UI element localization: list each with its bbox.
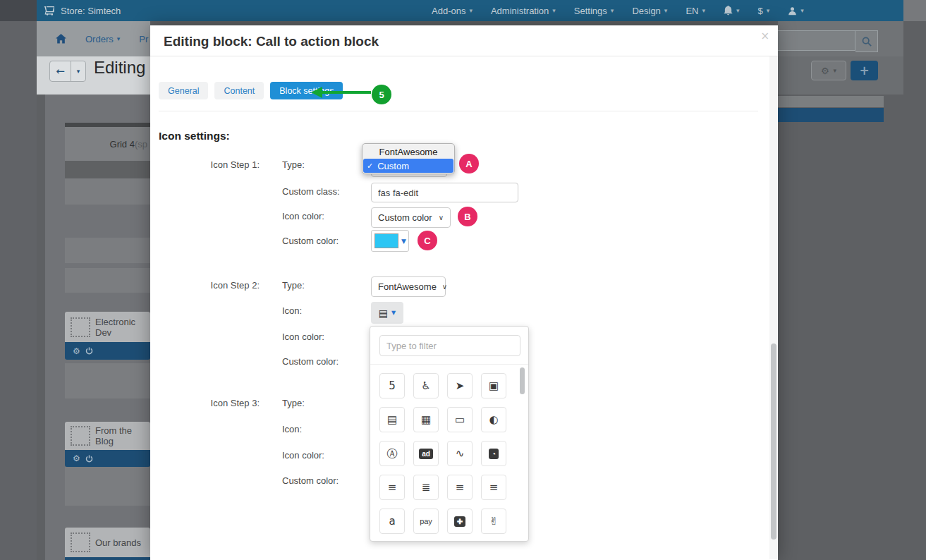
layout-strip	[65, 161, 150, 178]
icon-color-select-step1[interactable]: Custom color∨	[371, 207, 451, 228]
nav-design[interactable]: Design▾	[632, 6, 667, 16]
nav-settings[interactable]: Settings▾	[574, 6, 614, 16]
add-button[interactable]: +	[851, 61, 878, 80]
icon-step-2-label: Icon Step 2:	[159, 280, 260, 291]
gear-icon[interactable]: ⚙	[73, 346, 80, 356]
layout-card-from-the-blog[interactable]: From the Blog	[65, 422, 150, 450]
nav-administration[interactable]: Administration▾	[491, 6, 556, 16]
amazon-pay-icon[interactable]: pay	[413, 509, 439, 534]
card-label: From the Blog	[95, 425, 150, 446]
color-swatch	[374, 233, 398, 248]
chevron-down-icon: ▾	[664, 7, 668, 14]
icon-color-label: Icon color:	[282, 450, 324, 461]
layout-card-actions: ⚙	[65, 342, 150, 360]
nav-currency[interactable]: $▾	[758, 6, 770, 16]
tab-general[interactable]: General	[159, 82, 208, 99]
store-selector[interactable]: Store: Simtech	[44, 6, 121, 16]
page-toolbar: ← ▾ Editing	[37, 56, 150, 95]
nav-account[interactable]: ▾	[788, 6, 804, 16]
layout-strip	[65, 467, 150, 506]
layout-card-our-brands[interactable]: Our brands	[65, 528, 150, 557]
secondary-navbar: Orders▾ Pr	[37, 21, 150, 56]
tab-content[interactable]: Content	[214, 82, 264, 99]
back-button[interactable]: ←	[50, 61, 71, 81]
dollar-icon: $	[758, 6, 763, 16]
align-right-icon[interactable]: ≡	[481, 475, 506, 500]
cart-icon	[44, 6, 54, 16]
gear-icon: ⚙	[821, 66, 829, 76]
adversal-icon[interactable]: ∿	[447, 441, 473, 466]
align-justify-icon[interactable]: ≣	[413, 475, 439, 500]
ambulance-icon[interactable]: ✚	[447, 509, 473, 534]
custom-color-picker-step1[interactable]: ▼	[371, 230, 409, 252]
editing-block-modal: Editing block: Call to action block × Ge…	[150, 25, 778, 560]
layout-strip-right	[778, 96, 884, 107]
layout-top-panel-bar	[778, 108, 884, 122]
chevron-down-icon: ▾	[469, 7, 473, 14]
align-left-icon[interactable]: ≡	[447, 475, 473, 500]
type-label: Type:	[282, 280, 305, 291]
accessible-icon[interactable]: ♿	[413, 373, 439, 398]
grid-label: Grid 4	[110, 139, 135, 150]
gear-icon[interactable]: ⚙	[73, 454, 80, 463]
affiliatetheme-icon[interactable]: ◔	[481, 441, 506, 466]
power-icon[interactable]	[85, 455, 93, 463]
500px-icon[interactable]: 5	[379, 373, 405, 398]
chevron-down-icon: ∨	[442, 283, 447, 291]
icon-filter-input[interactable]	[379, 335, 520, 356]
option-custom[interactable]: ✓Custom	[363, 159, 453, 173]
custom-class-label: Custom class:	[282, 186, 340, 197]
adjust-icon[interactable]: ◐	[481, 407, 506, 432]
adn-icon[interactable]: Ⓐ	[379, 441, 405, 466]
icon-step-3-label: Icon Step 3:	[159, 398, 260, 408]
top-navbar: Store: Simtech Add-ons▾ Administration▾ …	[37, 0, 903, 21]
nav-language[interactable]: EN▾	[686, 6, 705, 16]
page-title: Editing	[94, 58, 145, 78]
annotation-arrow	[311, 87, 322, 98]
type-select-step2[interactable]: FontAwesome∨	[371, 276, 446, 297]
ad-icon[interactable]: ad	[413, 441, 439, 466]
settings-dropdown-button[interactable]: ⚙ ▾	[811, 61, 846, 80]
accusoft-icon[interactable]: ➤	[447, 373, 473, 398]
chevron-down-icon: ▾	[800, 7, 804, 14]
picker-scrollbar-thumb[interactable]	[520, 367, 525, 394]
plus-icon: +	[859, 63, 869, 78]
block-placeholder-icon	[71, 317, 90, 337]
layout-strip	[65, 268, 150, 293]
modal-scrollbar-thumb[interactable]	[771, 343, 776, 540]
card-label: Electronic Dev	[95, 317, 150, 338]
subnav-products[interactable]: Pr	[139, 34, 148, 44]
dropdown-arrow-icon: ▼	[391, 310, 396, 316]
custom-color-label: Custom color:	[282, 236, 339, 246]
custom-class-input[interactable]	[371, 183, 518, 202]
back-button-group: ← ▾	[49, 61, 86, 82]
address-card-solid-icon[interactable]: ▦	[413, 407, 439, 432]
icon-settings-heading: Icon settings:	[159, 130, 230, 142]
nav-notifications[interactable]: ▾	[724, 6, 740, 16]
back-dropdown-button[interactable]: ▾	[71, 61, 85, 81]
address-book-icon[interactable]: ▤	[379, 407, 405, 432]
address-book-solid-icon[interactable]: ▣	[481, 373, 506, 398]
page-toolbar-right: ⚙ ▾ +	[778, 56, 903, 95]
power-icon[interactable]	[85, 347, 93, 355]
subnav-orders[interactable]: Orders▾	[85, 34, 120, 44]
nav-addons[interactable]: Add-ons▾	[432, 6, 473, 16]
user-icon	[788, 6, 797, 16]
chevron-down-icon: ▾	[552, 7, 556, 14]
icon-color-label: Icon color:	[282, 331, 324, 342]
callout-a: A	[459, 154, 479, 174]
close-icon[interactable]: ×	[760, 30, 769, 42]
home-icon[interactable]	[56, 34, 66, 44]
search-button[interactable]	[855, 30, 878, 52]
align-center-icon[interactable]: ≡	[379, 475, 405, 500]
asl-interpreting-icon[interactable]: ✌	[481, 509, 506, 534]
layout-grid-header: Grid 4 (sp	[65, 127, 150, 161]
address-card-icon[interactable]: ▭	[447, 407, 473, 432]
amazon-icon[interactable]: a	[379, 509, 405, 534]
chevron-down-icon: ▾	[702, 7, 705, 14]
icon-picker-button-step2[interactable]: ▤ ▼	[371, 302, 403, 324]
modal-title: Editing block: Call to action block	[164, 34, 379, 49]
option-fontawesome[interactable]: FontAwesome	[363, 145, 453, 159]
layout-card-electronic-devices[interactable]: Electronic Dev	[65, 312, 150, 342]
page-right-margin	[903, 0, 926, 21]
